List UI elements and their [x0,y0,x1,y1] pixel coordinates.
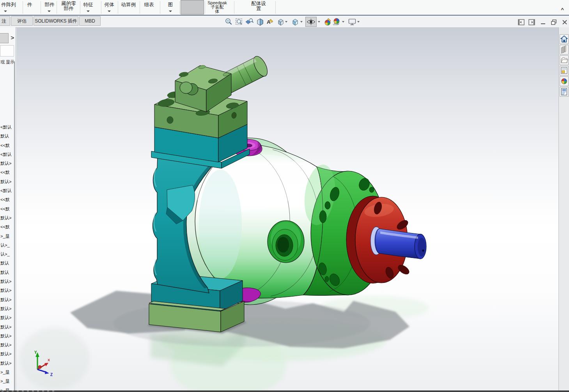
ribbon-separator [234,1,234,14]
ribbon-button-smart-fasteners[interactable]: 件 [25,0,34,15]
ribbon-button-reference-geometry[interactable]: 何体 [102,0,116,15]
ribbon-button-show-hidden-components[interactable]: 藏的零 部件 [58,0,80,15]
dropdown-arrow-icon[interactable] [169,11,172,12]
display-style-icon[interactable] [291,18,300,26]
dropdown-arrow-icon[interactable] [4,11,7,12]
tree-item[interactable]: 默认> [0,277,14,286]
zoom-to-fit-icon[interactable] [224,18,233,26]
tree-item[interactable]: 默认> [0,304,14,313]
ribbon-button-blank-pressed[interactable] [181,0,204,14]
tree-item[interactable]: 默认> [0,214,14,222]
tree-item[interactable]: >_显 [0,232,14,241]
custom-properties-icon[interactable] [560,87,569,97]
ribbon-separator [140,1,140,14]
graphics-viewport[interactable]: Y X Z [16,27,558,390]
tree-item[interactable]: 默认> [0,159,14,168]
ribbon-button-label: 何体 [105,2,114,7]
minimize-icon[interactable] [539,19,547,26]
triad-x-label: X [48,358,50,362]
ribbon-collapse-icon[interactable]: ^ [559,7,566,12]
tree-item[interactable]: <<默 [0,168,14,177]
close-icon[interactable] [561,19,569,26]
hide-show-items-button[interactable] [305,17,317,27]
section-view-icon[interactable] [256,18,264,26]
tab-solidworks-addins[interactable]: SOLIDWORKS 插件 [34,16,78,26]
ribbon-button-exploded-view[interactable]: 图 [165,0,175,15]
restore-icon[interactable] [550,19,558,26]
tree-item[interactable]: 默认> [0,350,14,358]
ribbon-button-move-component[interactable]: 部件 [42,0,57,15]
tree-item[interactable]: 默认 [0,268,14,277]
ribbon-button-speedpak-subassembly[interactable]: Speedpak 子装配 体 [206,0,229,15]
view-settings-icon[interactable] [348,18,356,26]
tree-item[interactable]: <默认 [0,123,14,132]
tree-item[interactable]: 默认> [0,323,14,332]
pump-assembly-model [16,27,558,390]
ribbon-separator [275,1,276,14]
edit-appearance-icon[interactable] [323,18,332,26]
tree-item[interactable]: <默认 [0,150,14,159]
pane-collapse-left-icon[interactable] [518,19,525,26]
tree-item[interactable]: 默认> [0,359,14,368]
file-explorer-icon[interactable] [560,55,569,65]
tree-item[interactable]: <<默 [0,195,14,204]
tab-label: 评估 [17,18,27,24]
ribbon-separator [80,1,80,14]
ribbon-button-bill-of-materials[interactable]: 细表 [141,0,157,15]
tree-item[interactable]: <<默 [0,141,14,150]
ribbon-button-label: 图 [168,2,173,7]
panel-scrollbar[interactable] [14,62,15,390]
tree-item[interactable]: >_显 [0,368,14,377]
tree-item[interactable]: >_显 [0,377,14,386]
pane-expand-right-icon[interactable] [528,19,536,26]
previous-view-icon[interactable] [245,18,253,26]
status-strip [0,390,569,392]
ribbon-button-assembly-settings[interactable]: 配体设 置 [246,0,271,15]
ribbon-button-motion-study[interactable]: 动算例 [119,0,137,15]
dropdown-arrow-icon[interactable] [48,11,51,12]
tree-item[interactable]: 默认 [0,132,14,141]
tree-item[interactable]: <<默 [0,205,14,214]
apply-scene-icon[interactable] [332,18,341,26]
dropdown-arrow-icon[interactable] [318,21,320,23]
dropdown-arrow-icon[interactable] [87,11,90,12]
dropdown-arrow-icon[interactable] [108,11,111,12]
ribbon-button-label: 特征 [83,2,93,7]
tree-item[interactable]: 认>_ [0,250,14,259]
tab-evaluate[interactable]: 评估 [11,16,33,26]
tree-item[interactable]: 默认> [0,286,14,295]
solidworks-resources-icon[interactable] [560,34,569,44]
ribbon-button-assembly-features[interactable]: 特征 [81,0,95,15]
tree-item[interactable]: 默认> [0,313,14,322]
appearances-scenes-icon[interactable] [560,76,569,86]
tree-item[interactable]: <<默 [0,222,14,231]
zoom-to-area-icon[interactable] [235,18,243,26]
tree-item[interactable]: 认>_ [0,241,14,250]
port-boss-part[interactable] [268,221,304,263]
tree-item[interactable]: >_显 [0,386,14,390]
dropdown-arrow-icon[interactable] [285,21,287,23]
dropdown-arrow-icon[interactable] [357,21,360,23]
tab-annotation[interactable]: 注 [0,16,10,26]
ribbon-separator [205,1,205,14]
tree-item[interactable]: 默认> [0,341,14,350]
ribbon-button-component-pattern[interactable]: 件阵列 [0,0,17,15]
panel-column-header: 现 显示 [0,59,16,65]
dropdown-arrow-icon[interactable] [300,21,303,23]
view-palette-icon[interactable] [560,66,569,76]
panel-filter-box[interactable] [0,45,14,57]
tree-item[interactable]: <默认 [0,186,14,195]
panel-expand-arrow[interactable]: > [9,34,16,42]
tab-mbd[interactable]: MBD [79,16,101,26]
view-orientation-icon[interactable] [277,18,285,26]
dynamic-annotation-views-icon[interactable]: A [266,18,275,26]
ribbon-separator [41,1,41,14]
status-strip-marks [2,390,56,392]
panel-side-tab[interactable] [0,33,9,43]
tree-item[interactable]: 默认> [0,295,14,304]
dropdown-arrow-icon[interactable] [342,21,344,23]
tree-item[interactable]: 默认 [0,259,14,268]
design-library-icon[interactable] [560,45,569,55]
tree-item[interactable]: 默认> [0,177,14,186]
tree-item[interactable]: 默认> [0,332,14,341]
